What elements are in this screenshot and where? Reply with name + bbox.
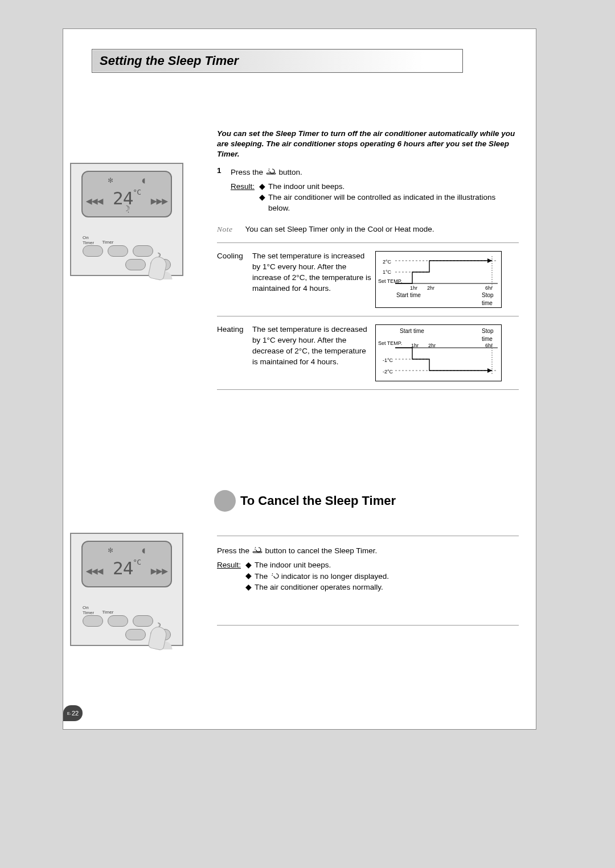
divider <box>217 242 519 243</box>
section-heading-box: Setting the Sleep Timer <box>92 49 463 73</box>
remote-illustration-set: ✻ ◖ ◀◀◀ 24°C ▶▶▶ ☽̣ On Timer Timer ☽̣ <box>70 163 183 276</box>
cancel-text-after: button to cancel the Sleep Timer. <box>265 546 378 555</box>
cooling-chart: 2°C 1°C Set TEMP. 1hr 2hr 6hr Start time… <box>375 251 502 308</box>
chart-start-label: Start time <box>400 327 424 335</box>
result-bullet: The air conditioner will be controlled a… <box>268 192 519 214</box>
remote-button <box>83 615 103 627</box>
chart-ytick: -1°C <box>383 357 393 364</box>
chart-start-label: Start time <box>396 291 421 299</box>
sleep-button-icon <box>252 544 263 558</box>
remote-button <box>83 245 103 257</box>
step1-instruction: Press the button. <box>231 166 302 179</box>
cooling-row: Cooling The set temperature is increased… <box>217 251 519 308</box>
svg-point-0 <box>268 168 269 170</box>
remote-button-labels: On Timer Timer <box>83 605 113 615</box>
remote-temperature-unit: °C <box>133 188 141 196</box>
cancel-instruction: Press the button to cancel the Sleep Tim… <box>217 544 519 558</box>
note-label: Note <box>217 224 233 235</box>
sleep-indicator-icon: ☽̣ <box>83 204 171 213</box>
svg-marker-10 <box>487 368 492 373</box>
remote-button <box>108 245 128 257</box>
finger-press-illustration <box>144 624 184 649</box>
chart-ytick: 1°C <box>383 269 391 276</box>
svg-point-15 <box>272 575 273 576</box>
finger-press-illustration <box>144 254 184 279</box>
step1-text-after: button. <box>279 168 302 176</box>
section-heading: Setting the Sleep Timer <box>92 50 462 72</box>
divider <box>217 389 519 390</box>
result-bullet: The indoor unit beeps. <box>255 560 331 571</box>
chart-xtick: 2hr <box>427 285 434 292</box>
heading-bullet-icon <box>214 490 236 512</box>
sleep-indicator-icon <box>270 571 279 582</box>
divider <box>217 316 519 316</box>
remote-display: ✻ ◖ ◀◀◀ 24°C ▶▶▶ ☽̣ <box>81 171 172 217</box>
intro-text: You can set the Sleep Timer to turn off … <box>217 129 519 160</box>
remote-temperature-unit: °C <box>133 558 141 566</box>
snowflake-icon: ✻ ◖ <box>83 176 171 184</box>
result-bullet: The indicator is no longer displayed. <box>255 571 389 582</box>
heating-chart: Set TEMP. -1°C -2°C Start time Stop time… <box>375 324 502 381</box>
remote-button <box>125 259 146 270</box>
note-text: You can set Sleep Timer only in the Cool… <box>245 224 434 235</box>
remote-button <box>125 629 146 640</box>
bullet2-before: The <box>255 571 270 580</box>
result-bullet: The air conditioner operates normally. <box>255 582 383 593</box>
label-on-timer: On Timer <box>83 605 94 615</box>
label-timer: Timer <box>102 240 113 245</box>
step1-text-before: Press the <box>231 168 265 176</box>
result-label: Result: <box>231 182 255 214</box>
svg-point-14 <box>272 573 273 574</box>
result-bullet: The indoor unit beeps. <box>268 182 345 192</box>
page: Setting the Sleep Timer You can set the … <box>63 28 536 730</box>
remote-temperature-value: 24 <box>113 558 133 578</box>
result-label: Result: <box>217 560 241 593</box>
cancel-result-bullets: ◆The indoor unit beeps. ◆ The indicator … <box>245 560 389 593</box>
svg-point-13 <box>255 549 256 550</box>
cancel-text-before: Press the <box>217 546 252 555</box>
remote-temperature: ◀◀◀ 24°C ▶▶▶ <box>83 558 171 578</box>
step-number: 1 <box>217 166 231 179</box>
cancel-block: Press the button to cancel the Sleep Tim… <box>217 536 519 633</box>
snowflake-icon: ✻ ◖ <box>83 546 171 554</box>
remote-button-labels: On Timer Timer <box>83 235 113 245</box>
heating-text: The set temperature is decreased by 1°C … <box>252 324 375 381</box>
cooling-label: Cooling <box>217 251 252 308</box>
divider <box>217 536 519 536</box>
label-on-timer: On Timer <box>83 235 94 245</box>
chart-xtick: 1hr <box>410 285 417 292</box>
svg-point-12 <box>255 547 256 548</box>
cancel-heading-row: To Cancel the Sleep Timer <box>214 490 396 512</box>
heating-label: Heating <box>217 324 252 381</box>
svg-marker-5 <box>487 258 492 263</box>
sleep-button-icon <box>265 166 277 179</box>
step1-block: 1 Press the button. Result: ◆The indoor … <box>217 166 519 398</box>
chart-stop-label: Stop time <box>482 291 501 307</box>
page-num: 22 <box>72 710 79 717</box>
chart-ytick: 2°C <box>383 258 391 266</box>
cooling-text: The set temperature is increased by 1°C … <box>252 251 375 308</box>
chart-xtick: 6hr <box>485 285 493 292</box>
svg-point-1 <box>268 170 269 171</box>
cancel-heading: To Cancel the Sleep Timer <box>240 493 396 508</box>
chart-ytick: -2°C <box>383 368 393 376</box>
remote-display: ✻ ◖ ◀◀◀ 24°C ▶▶▶ <box>81 541 172 587</box>
page-number-badge: E-22 <box>63 705 83 721</box>
bullet2-after: indicator is no longer displayed. <box>281 571 389 580</box>
heating-row: Heating The set temperature is decreased… <box>217 324 519 381</box>
divider <box>217 625 519 626</box>
result-bullets: ◆The indoor unit beeps. ◆The air conditi… <box>259 182 519 214</box>
label-timer: Timer <box>102 610 113 615</box>
page-num-prefix: E- <box>67 711 71 715</box>
remote-illustration-cancel: ✻ ◖ ◀◀◀ 24°C ▶▶▶ On Timer Timer ☽̣ <box>70 533 183 646</box>
remote-button <box>108 615 128 627</box>
